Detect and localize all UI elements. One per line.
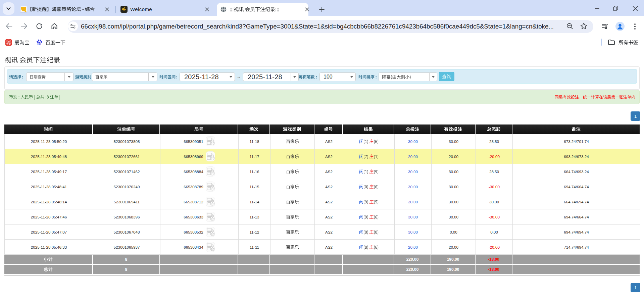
svg-text:du: du xyxy=(38,43,41,45)
